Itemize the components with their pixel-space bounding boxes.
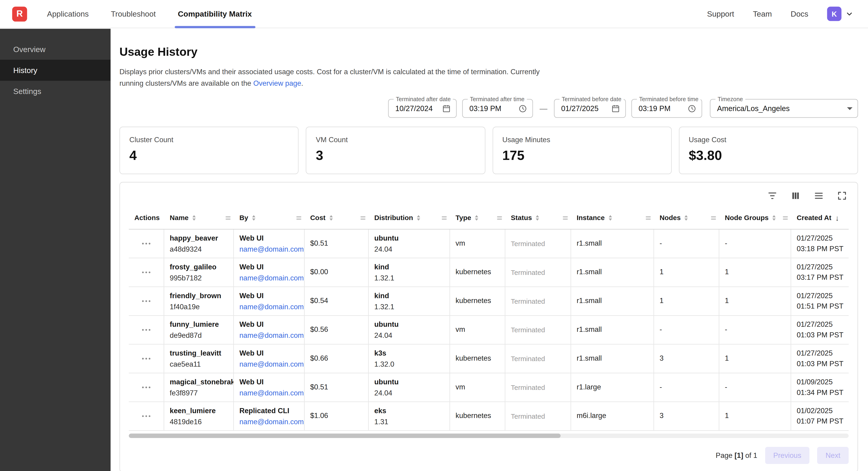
column-header-cost[interactable]: Cost	[305, 207, 369, 229]
clock-icon[interactable]	[687, 104, 696, 113]
table-filter-button[interactable]	[767, 190, 778, 201]
nav-item-compatibility-matrix[interactable]: Compatibility Matrix	[177, 0, 253, 28]
row-actions-button[interactable]	[129, 402, 164, 430]
cell-name: keen_lumiere 4819de16	[164, 402, 234, 430]
table-row: funny_lumiere de9ed87d Web UI name@domai…	[129, 316, 849, 345]
column-resize-handle[interactable]	[563, 216, 568, 219]
type-value: vm	[456, 239, 499, 249]
creator-email-link[interactable]: name@domain.com	[239, 387, 299, 398]
created-date: 01/02/2025	[797, 406, 843, 416]
node-groups-value: 1	[725, 411, 785, 421]
column-header-node-groups[interactable]: Node Groups	[719, 207, 791, 229]
distribution-name: ubuntu	[374, 377, 444, 388]
horizontal-scrollbar-track[interactable]	[129, 434, 849, 438]
cluster-id: cae5ea11	[170, 359, 228, 370]
cell-created-at: 01/27/2025 01:03 PM PST	[791, 345, 849, 373]
nodes-value: -	[659, 383, 713, 393]
column-header-by[interactable]: By	[234, 207, 305, 229]
column-header-distribution[interactable]: Distribution	[369, 207, 450, 229]
column-header-type[interactable]: Type	[450, 207, 505, 229]
status-badge: Terminated	[511, 355, 565, 363]
timezone-select[interactable]: Timezone America/Los_Angeles	[710, 99, 858, 118]
sidebar-item-overview[interactable]: Overview	[0, 39, 111, 60]
more-horizontal-icon	[142, 329, 150, 331]
sort-icon	[536, 215, 539, 220]
terminated-before-date-input[interactable]: Terminated before date 01/27/2025	[554, 99, 626, 118]
column-resize-handle[interactable]	[646, 216, 651, 219]
row-actions-button[interactable]	[129, 373, 164, 402]
column-header-status[interactable]: Status	[505, 207, 571, 229]
cell-cost: $0.66	[305, 345, 369, 373]
nodes-value: 1	[659, 267, 713, 277]
creator-email-link[interactable]: name@domain.com	[239, 359, 299, 370]
column-label: Created At	[797, 214, 831, 222]
terminated-after-time-value: 03:19 PM	[469, 105, 501, 113]
row-actions-button[interactable]	[129, 258, 164, 287]
cell-by: Replicated CLI name@domain.com	[234, 402, 305, 430]
docs-link[interactable]: Docs	[790, 9, 808, 18]
horizontal-scrollbar-thumb[interactable]	[129, 434, 561, 438]
distribution-version: 1.32.1	[374, 301, 444, 312]
column-resize-handle[interactable]	[296, 216, 301, 219]
created-time: 03:17 PM PST	[797, 272, 843, 283]
next-page-button[interactable]: Next	[817, 447, 849, 464]
row-actions-button[interactable]	[129, 287, 164, 315]
table-density-button[interactable]	[813, 190, 824, 201]
row-actions-button[interactable]	[129, 230, 164, 258]
page-title: Usage History	[119, 46, 858, 59]
column-header-nodes[interactable]: Nodes	[654, 207, 719, 229]
sort-icon	[330, 215, 333, 220]
clock-icon[interactable]	[518, 104, 528, 113]
row-actions-button[interactable]	[129, 345, 164, 373]
creator-email-link[interactable]: name@domain.com	[239, 243, 299, 255]
table-fullscreen-button[interactable]	[836, 190, 847, 201]
terminated-after-date-input[interactable]: Terminated after date 10/27/2024	[388, 99, 457, 118]
replicated-logo[interactable]: R	[12, 6, 27, 22]
calendar-icon[interactable]	[611, 104, 620, 113]
page-label-suffix: of 1	[743, 451, 757, 460]
creator-email-link[interactable]: name@domain.com	[239, 301, 299, 312]
timezone-value: America/Los_Angeles	[717, 105, 790, 113]
page-label-prefix: Page	[716, 451, 735, 460]
terminated-before-time-input[interactable]: Terminated before time 03:19 PM	[631, 99, 702, 118]
status-badge: Terminated	[511, 240, 565, 248]
row-actions-button[interactable]	[129, 316, 164, 344]
column-resize-handle[interactable]	[783, 216, 788, 219]
topbar-right: Support Team Docs K	[707, 7, 855, 21]
cell-distribution: ubuntu 24.04	[369, 373, 450, 402]
overview-page-link[interactable]: Overview page	[253, 79, 301, 87]
team-link[interactable]: Team	[753, 9, 772, 18]
previous-page-button[interactable]: Previous	[765, 447, 809, 464]
nav-item-applications[interactable]: Applications	[46, 0, 90, 28]
cluster-name: friendly_brown	[170, 290, 228, 301]
creator-email-link[interactable]: name@domain.com	[239, 272, 299, 283]
sidebar-item-history[interactable]: History	[0, 60, 111, 81]
cell-by: Web UI name@domain.com	[234, 373, 305, 402]
column-resize-handle[interactable]	[225, 216, 230, 219]
table-toolbar	[129, 187, 849, 207]
distribution-name: k3s	[374, 348, 444, 359]
terminated-after-time-input[interactable]: Terminated after time 03:19 PM	[462, 99, 533, 118]
column-resize-handle[interactable]	[711, 216, 716, 219]
sort-icon	[252, 215, 255, 220]
column-header-instance[interactable]: Instance	[571, 207, 654, 229]
creator-email-link[interactable]: name@domain.com	[239, 416, 299, 427]
calendar-icon[interactable]	[442, 104, 451, 113]
account-menu-button[interactable]: K	[827, 7, 855, 21]
terminated-after-date-label: Terminated after date	[394, 96, 453, 102]
table-row: frosty_galileo 995b7182 Web UI name@doma…	[129, 258, 849, 287]
nav-item-troubleshoot[interactable]: Troubleshoot	[110, 0, 157, 28]
sidebar-item-settings[interactable]: Settings	[0, 81, 111, 101]
column-header-name[interactable]: Name	[164, 207, 234, 229]
column-resize-handle[interactable]	[442, 216, 447, 219]
creator-email-link[interactable]: name@domain.com	[239, 330, 299, 341]
cell-type: kubernetes	[450, 258, 505, 287]
table-columns-button[interactable]	[790, 190, 801, 201]
column-resize-handle[interactable]	[497, 216, 502, 219]
column-label: Status	[511, 214, 532, 222]
support-link[interactable]: Support	[707, 9, 734, 18]
column-header-created-at[interactable]: Created At ↓	[791, 207, 849, 229]
column-resize-handle[interactable]	[361, 216, 366, 219]
page-indicator: Page [1] of 1	[716, 451, 757, 460]
table-body: happy_beaver a48d9324 Web UI name@domain…	[129, 230, 849, 431]
